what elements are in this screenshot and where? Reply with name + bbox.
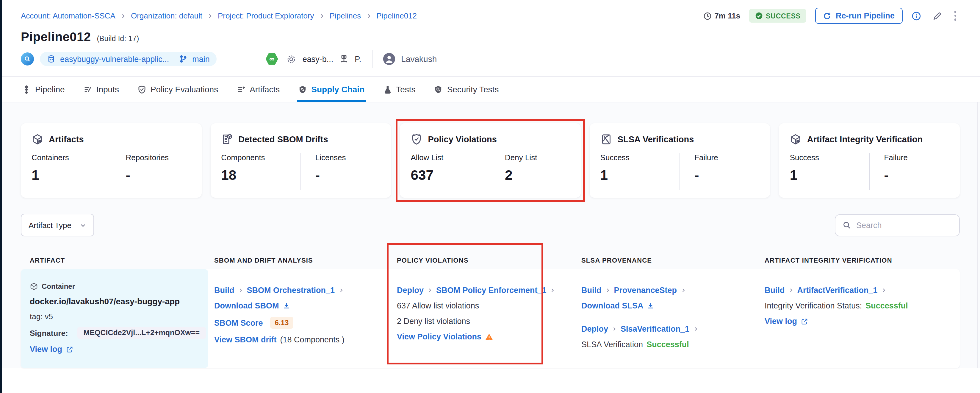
integrity-cube-icon: [790, 133, 802, 145]
slsa-status-value: Successful: [646, 340, 689, 349]
view-policy-violations-link[interactable]: View Policy Violations: [397, 332, 481, 341]
top-actions: 7m 11s SUCCESS Re-run Pipeline: [703, 8, 960, 24]
chevron-right-icon: [120, 13, 126, 19]
step-link[interactable]: SBOM Orchestration_1: [247, 286, 335, 295]
chevron-right-icon: [788, 288, 794, 293]
view-log-link[interactable]: View log: [765, 317, 797, 326]
col-sbom: SBOM AND DRIFT ANALYSIS: [208, 257, 397, 264]
tab-bar: Pipeline Inputs Policy Evaluations Artif…: [0, 76, 980, 102]
supply-chain-content: Artifacts Containers 1 Repositories -: [0, 102, 980, 368]
chevron-down-icon: [80, 222, 86, 228]
breadcrumb-project[interactable]: Project: Product Exploratory: [218, 11, 314, 20]
gear-icon: [286, 54, 297, 64]
chevron-right-icon: [693, 326, 698, 332]
trigger-server-icon: [339, 54, 349, 64]
view-sbom-drift-link[interactable]: View SBOM drift: [214, 335, 277, 344]
image-tag: tag: v5: [30, 312, 199, 321]
tab-security-tests[interactable]: Security Tests: [433, 77, 500, 102]
card-title: Artifacts: [49, 134, 84, 144]
deny-list-violations: 2 Deny list violations: [397, 317, 581, 326]
tab-pipeline[interactable]: Pipeline: [21, 77, 66, 102]
step-link[interactable]: SlsaVerification_1: [620, 324, 689, 334]
allow-list-violations: 637 Allow list violations: [397, 301, 581, 310]
build-id: (Build Id: 17): [97, 35, 139, 43]
more-options-icon[interactable]: [951, 10, 960, 22]
filter-row: Artifact Type: [21, 214, 960, 236]
search-input[interactable]: [856, 220, 962, 230]
artifact-type-dropdown[interactable]: Artifact Type: [21, 214, 94, 236]
breadcrumb-account[interactable]: Account: Automation-SSCA: [21, 11, 115, 20]
search-box: [835, 214, 960, 236]
step-link[interactable]: ArtifactVerification_1: [797, 286, 878, 295]
breadcrumb-pipelines[interactable]: Pipelines: [329, 11, 361, 20]
stat-deny-list: Deny List 2: [491, 153, 570, 190]
edit-pencil-icon[interactable]: [932, 11, 942, 21]
stat-repositories: Repositories -: [111, 153, 191, 190]
external-link-icon: [66, 346, 73, 353]
chevron-right-icon: [881, 288, 886, 293]
info-icon[interactable]: [911, 11, 921, 21]
slsa-icon: [600, 133, 612, 145]
stat-licenses: Licenses -: [301, 153, 380, 190]
cube-icon: [32, 133, 43, 145]
breadcrumb-organization[interactable]: Organization: default: [131, 11, 202, 20]
stage-link[interactable]: Build: [765, 286, 785, 295]
card-artifacts: Artifacts Containers 1 Repositories -: [21, 123, 201, 198]
table-header-row: ARTIFACT SBOM AND DRIFT ANALYSIS POLICY …: [21, 251, 960, 269]
warning-icon: [485, 332, 493, 341]
step-link[interactable]: ProvenanceStep: [614, 286, 677, 295]
tab-policy-evaluations[interactable]: Policy Evaluations: [136, 77, 219, 102]
col-policy-violations: POLICY VIOLATIONS: [397, 257, 581, 264]
left-edge-strip: [0, 0, 2, 393]
stage-link[interactable]: Deploy: [581, 324, 608, 334]
drift-count: (18 Components ): [280, 335, 345, 344]
repo-branch-pill[interactable]: easybuggy-vulnerable-applic... main: [40, 52, 217, 66]
stat-success: Success 1: [600, 153, 680, 190]
download-icon: [647, 302, 655, 310]
stage-link[interactable]: Deploy: [397, 286, 424, 295]
rerun-pipeline-button[interactable]: Re-run Pipeline: [816, 8, 902, 24]
chevron-right-icon: [319, 13, 325, 19]
shield-check-icon: [410, 133, 422, 145]
external-link-icon: [800, 318, 808, 325]
breadcrumb: Account: Automation-SSCA Organization: d…: [21, 11, 417, 20]
repository-icon: [47, 55, 55, 63]
chevron-right-icon: [238, 288, 243, 293]
tab-artifacts[interactable]: Artifacts: [235, 77, 281, 102]
download-slsa-link[interactable]: Download SLSA: [581, 301, 644, 310]
artifacts-list-icon: [237, 85, 245, 94]
tab-tests[interactable]: Tests: [382, 77, 417, 102]
pipeline-icon: [22, 85, 31, 94]
search-icon: [843, 221, 851, 229]
stage-link[interactable]: Build: [214, 286, 234, 295]
col-artifact: ARTIFACT: [21, 257, 208, 264]
artifact-cell: Container docker.io/lavakush07/easy-bugg…: [21, 269, 208, 368]
check-circle-icon: [755, 12, 763, 20]
container-type-badge: Container: [30, 282, 199, 291]
scrollbar-track[interactable]: [977, 102, 978, 368]
stat-containers: Containers 1: [32, 153, 111, 190]
inputs-icon: [83, 85, 92, 94]
tab-supply-chain[interactable]: Supply Chain: [297, 77, 366, 102]
sbom-score-link[interactable]: SBOM Score: [214, 318, 263, 327]
stage-link[interactable]: Build: [581, 286, 601, 295]
flask-icon: [383, 85, 392, 94]
card-sbom-drifts: Detected SBOM Drifts Components 18 Licen…: [210, 123, 391, 198]
trigger-repo-label[interactable]: easy-b...: [302, 54, 334, 64]
view-log-link[interactable]: View log: [30, 345, 62, 354]
summary-cards: Artifacts Containers 1 Repositories -: [21, 123, 960, 198]
trigger-pipeline-label[interactable]: P.: [355, 54, 361, 64]
supply-chain-page: Account: Automation-SSCA Organization: d…: [0, 0, 980, 393]
card-slsa-verifications: SLSA Verifications Success 1 Failure -: [590, 123, 770, 198]
clock-icon: [703, 11, 711, 20]
user-name: Lavakush: [401, 54, 437, 64]
card-artifact-integrity: Artifact Integrity Verification Success …: [779, 123, 960, 198]
tab-inputs[interactable]: Inputs: [82, 77, 120, 102]
page-title: Pipeline012: [21, 30, 91, 44]
step-link[interactable]: SBOM Policy Enforcement_1: [436, 286, 547, 295]
download-sbom-link[interactable]: Download SBOM: [214, 301, 279, 310]
shield-check-icon: [137, 85, 146, 94]
signature-value[interactable]: MEQCICde2Vjl...L+2+mqnOXw==: [78, 327, 205, 339]
col-slsa: SLSA PROVENANCE: [581, 257, 765, 264]
card-title: Policy Violations: [428, 134, 497, 144]
